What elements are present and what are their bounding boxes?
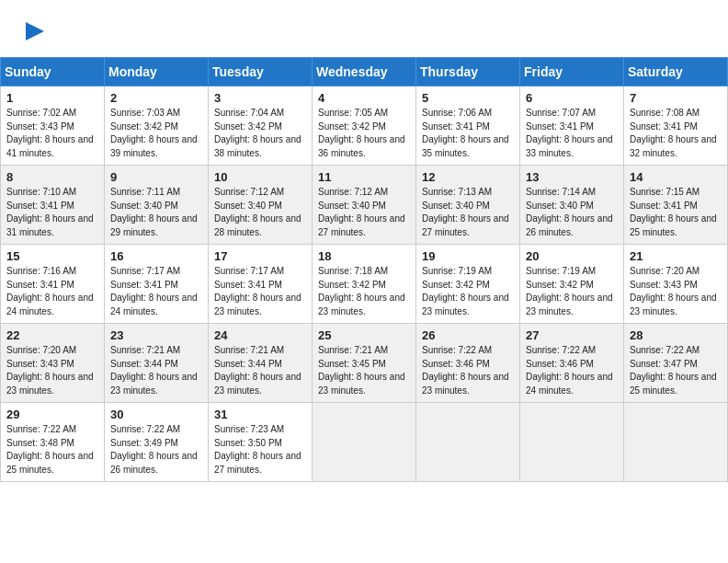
sunrise-text: Sunrise: 7:12 AM — [214, 186, 307, 200]
sunset-text: Sunset: 3:50 PM — [214, 437, 307, 451]
sunrise-text: Sunrise: 7:21 AM — [214, 344, 307, 358]
day-info: Sunrise: 7:22 AMSunset: 3:49 PMDaylight:… — [110, 423, 203, 477]
day-number: 11 — [318, 170, 411, 184]
daylight-text: Daylight: 8 hours and 41 minutes. — [6, 133, 99, 160]
sunrise-text: Sunrise: 7:19 AM — [422, 265, 515, 279]
sunrise-text: Sunrise: 7:22 AM — [422, 344, 515, 358]
day-info: Sunrise: 7:21 AMSunset: 3:44 PMDaylight:… — [214, 344, 307, 397]
day-info: Sunrise: 7:06 AMSunset: 3:41 PMDaylight:… — [422, 107, 515, 160]
day-number: 26 — [422, 328, 515, 342]
sunset-text: Sunset: 3:41 PM — [6, 200, 99, 213]
daylight-text: Daylight: 8 hours and 27 minutes. — [318, 213, 411, 239]
table-row: 30Sunrise: 7:22 AMSunset: 3:49 PMDayligh… — [105, 403, 209, 482]
table-row — [416, 403, 520, 482]
table-row: 8Sunrise: 7:10 AMSunset: 3:41 PMDaylight… — [1, 166, 105, 245]
daylight-text: Daylight: 8 hours and 23 minutes. — [318, 292, 411, 318]
day-info: Sunrise: 7:05 AMSunset: 3:42 PMDaylight:… — [318, 107, 411, 160]
sunset-text: Sunset: 3:43 PM — [6, 358, 99, 372]
sunrise-text: Sunrise: 7:19 AM — [526, 265, 619, 279]
day-number: 23 — [110, 328, 203, 342]
sunrise-text: Sunrise: 7:07 AM — [526, 107, 619, 121]
table-row: 10Sunrise: 7:12 AMSunset: 3:40 PMDayligh… — [209, 166, 313, 245]
daylight-text: Daylight: 8 hours and 24 minutes. — [526, 371, 619, 397]
day-info: Sunrise: 7:22 AMSunset: 3:46 PMDaylight:… — [526, 344, 619, 397]
day-number: 1 — [6, 91, 99, 105]
day-number: 9 — [110, 170, 203, 184]
day-number: 21 — [630, 249, 722, 263]
col-friday: Friday — [520, 58, 624, 86]
day-number: 17 — [214, 249, 307, 263]
calendar-week-row: 8Sunrise: 7:10 AMSunset: 3:41 PMDaylight… — [1, 166, 728, 245]
sunset-text: Sunset: 3:44 PM — [110, 358, 203, 372]
col-saturday: Saturday — [624, 58, 728, 86]
sunset-text: Sunset: 3:44 PM — [214, 358, 307, 372]
calendar-week-row: 15Sunrise: 7:16 AMSunset: 3:41 PMDayligh… — [1, 245, 728, 324]
day-number: 12 — [422, 170, 515, 184]
table-row: 14Sunrise: 7:15 AMSunset: 3:41 PMDayligh… — [624, 166, 728, 245]
day-number: 15 — [6, 249, 99, 263]
table-row — [624, 403, 728, 482]
daylight-text: Daylight: 8 hours and 23 minutes. — [214, 371, 307, 397]
sunrise-text: Sunrise: 7:23 AM — [214, 423, 307, 437]
day-number: 30 — [110, 408, 203, 421]
table-row — [313, 403, 416, 482]
sunrise-text: Sunrise: 7:22 AM — [526, 344, 619, 358]
sunrise-text: Sunrise: 7:06 AM — [422, 107, 515, 121]
table-row — [520, 403, 624, 482]
table-row: 24Sunrise: 7:21 AMSunset: 3:44 PMDayligh… — [209, 324, 313, 403]
sunrise-text: Sunrise: 7:11 AM — [110, 186, 203, 200]
table-row: 22Sunrise: 7:20 AMSunset: 3:43 PMDayligh… — [1, 324, 105, 403]
sunrise-text: Sunrise: 7:14 AM — [526, 186, 619, 200]
day-number: 24 — [214, 328, 307, 342]
daylight-text: Daylight: 8 hours and 25 minutes. — [6, 450, 99, 477]
day-info: Sunrise: 7:22 AMSunset: 3:46 PMDaylight:… — [422, 344, 515, 397]
table-row: 28Sunrise: 7:22 AMSunset: 3:47 PMDayligh… — [624, 324, 728, 403]
daylight-text: Daylight: 8 hours and 23 minutes. — [6, 371, 99, 397]
sunset-text: Sunset: 3:41 PM — [526, 121, 619, 134]
sunset-text: Sunset: 3:42 PM — [110, 121, 203, 134]
day-number: 10 — [214, 170, 307, 184]
day-number: 19 — [422, 249, 515, 263]
day-info: Sunrise: 7:10 AMSunset: 3:41 PMDaylight:… — [6, 186, 99, 239]
day-info: Sunrise: 7:19 AMSunset: 3:42 PMDaylight:… — [526, 265, 619, 318]
daylight-text: Daylight: 8 hours and 36 minutes. — [318, 133, 411, 160]
day-number: 13 — [526, 170, 619, 184]
day-info: Sunrise: 7:21 AMSunset: 3:44 PMDaylight:… — [110, 344, 203, 397]
sunrise-text: Sunrise: 7:21 AM — [110, 344, 203, 358]
day-info: Sunrise: 7:08 AMSunset: 3:41 PMDaylight:… — [630, 107, 722, 160]
day-number: 5 — [422, 91, 515, 105]
daylight-text: Daylight: 8 hours and 23 minutes. — [214, 292, 307, 318]
day-number: 16 — [110, 249, 203, 263]
sunset-text: Sunset: 3:40 PM — [422, 200, 515, 213]
table-row: 17Sunrise: 7:17 AMSunset: 3:41 PMDayligh… — [209, 245, 313, 324]
sunrise-text: Sunrise: 7:17 AM — [214, 265, 307, 279]
sunset-text: Sunset: 3:42 PM — [422, 279, 515, 293]
daylight-text: Daylight: 8 hours and 23 minutes. — [318, 371, 411, 397]
day-number: 27 — [526, 328, 619, 342]
day-info: Sunrise: 7:23 AMSunset: 3:50 PMDaylight:… — [214, 423, 307, 477]
sunrise-text: Sunrise: 7:15 AM — [630, 186, 722, 200]
col-monday: Monday — [105, 58, 209, 86]
daylight-text: Daylight: 8 hours and 27 minutes. — [214, 450, 307, 477]
day-info: Sunrise: 7:15 AMSunset: 3:41 PMDaylight:… — [630, 186, 722, 239]
day-info: Sunrise: 7:22 AMSunset: 3:48 PMDaylight:… — [6, 423, 99, 477]
daylight-text: Daylight: 8 hours and 28 minutes. — [214, 213, 307, 239]
sunset-text: Sunset: 3:41 PM — [110, 279, 203, 293]
logo — [22, 17, 48, 44]
day-number: 31 — [214, 408, 307, 421]
table-row: 4Sunrise: 7:05 AMSunset: 3:42 PMDaylight… — [313, 86, 416, 166]
daylight-text: Daylight: 8 hours and 33 minutes. — [526, 133, 619, 160]
sunrise-text: Sunrise: 7:04 AM — [214, 107, 307, 121]
sunrise-text: Sunrise: 7:18 AM — [318, 265, 411, 279]
sunrise-text: Sunrise: 7:03 AM — [110, 107, 203, 121]
sunrise-text: Sunrise: 7:22 AM — [6, 423, 99, 437]
day-number: 25 — [318, 328, 411, 342]
page-header — [0, 0, 728, 50]
table-row: 5Sunrise: 7:06 AMSunset: 3:41 PMDaylight… — [416, 86, 520, 166]
day-info: Sunrise: 7:13 AMSunset: 3:40 PMDaylight:… — [422, 186, 515, 239]
calendar-week-row: 22Sunrise: 7:20 AMSunset: 3:43 PMDayligh… — [1, 324, 728, 403]
day-info: Sunrise: 7:02 AMSunset: 3:43 PMDaylight:… — [6, 107, 99, 160]
table-row: 18Sunrise: 7:18 AMSunset: 3:42 PMDayligh… — [313, 245, 416, 324]
daylight-text: Daylight: 8 hours and 24 minutes. — [110, 292, 203, 318]
table-row: 13Sunrise: 7:14 AMSunset: 3:40 PMDayligh… — [520, 166, 624, 245]
